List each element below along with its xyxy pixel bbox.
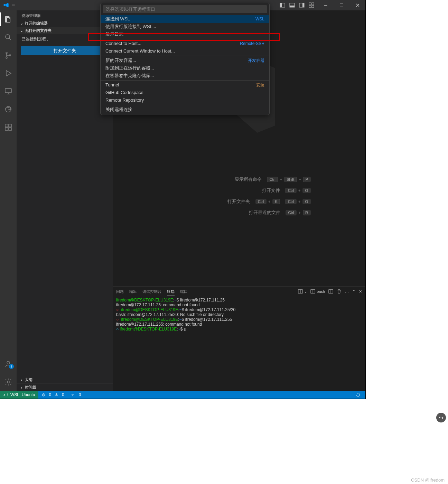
remote-icon <box>3 392 8 397</box>
panel-more-icon[interactable]: … <box>345 289 349 294</box>
palette-item[interactable]: 关闭远程连接 <box>101 106 269 113</box>
activity-explorer-icon[interactable] <box>0 12 17 26</box>
sidebar-section-open-editors[interactable]: ⌄打开的编辑器 <box>17 20 113 27</box>
shortcut-row: 打开文件Ctrl+O <box>208 187 310 194</box>
remote-indicator[interactable]: WSL: Ubuntu <box>0 391 38 399</box>
shortcut-row: 打开最近的文件Ctrl+R <box>208 210 310 216</box>
svg-rect-5 <box>302 3 304 7</box>
account-badge: 1 <box>9 364 14 369</box>
menu-icon[interactable]: ≡ <box>12 2 15 8</box>
svg-rect-9 <box>312 6 314 8</box>
activity-run-debug-icon[interactable] <box>0 66 17 80</box>
svg-rect-17 <box>9 124 11 127</box>
layout-secondary-sidebar-icon[interactable] <box>298 1 306 9</box>
palette-item[interactable]: Remote Repository <box>101 96 269 104</box>
sidebar-section-outline[interactable]: ›大纲 <box>17 376 113 383</box>
shortcut-row: 打开文件夹Ctrl+KCtrl+O <box>208 198 310 205</box>
chevron-right-icon: › <box>19 385 24 390</box>
close-button[interactable]: ✕ <box>349 0 365 10</box>
vscode-window: ≡ – □ ✕ <box>0 0 365 399</box>
sidebar-explorer: 资源管理器 ⌄打开的编辑器 ⌄无打开的文件夹 已连接到远程。 打开文件夹 ›大纲… <box>17 10 113 391</box>
activity-bar: 1 <box>0 10 17 391</box>
palette-item[interactable]: 附加到正在运行的容器... <box>101 64 269 72</box>
chevron-down-icon: ⌄ <box>19 21 24 26</box>
status-problems[interactable]: ⊘0 ⚠0 <box>38 392 67 397</box>
svg-rect-19 <box>9 128 11 130</box>
status-ports[interactable]: ᯤ0 <box>68 392 85 397</box>
terminal-body[interactable]: ifredom@DESKTOP-ELU319E:~$ ifredom@172.1… <box>113 296 365 391</box>
palette-item[interactable]: Tunnel安装 <box>101 81 269 89</box>
svg-rect-7 <box>312 3 314 5</box>
activity-source-control-icon[interactable] <box>0 48 17 62</box>
customize-layout-icon[interactable] <box>307 1 316 9</box>
palette-input[interactable] <box>103 5 267 13</box>
command-palette: 连接到 WSLWSL使用发行版连接到 WSL...显示日志Connect to … <box>100 3 270 115</box>
svg-rect-16 <box>5 124 8 127</box>
activity-edge-icon[interactable] <box>0 102 17 116</box>
palette-item[interactable]: Connect Current Window to Host... <box>101 47 269 55</box>
minimize-button[interactable]: – <box>318 0 334 10</box>
svg-point-11 <box>6 52 7 54</box>
layout-panel-icon[interactable] <box>288 1 296 9</box>
palette-item[interactable]: 新的开发容器...开发容器 <box>101 57 269 64</box>
activity-search-icon[interactable] <box>0 30 17 44</box>
svg-point-10 <box>6 35 10 39</box>
svg-point-21 <box>7 381 9 383</box>
panel-tab-debug[interactable]: 调试控制台 <box>142 288 161 296</box>
close-panel-icon[interactable]: ✕ <box>359 289 362 294</box>
activity-settings-icon[interactable] <box>0 375 17 389</box>
svg-point-13 <box>9 55 11 56</box>
palette-item[interactable]: 显示日志 <box>101 30 269 38</box>
shortcut-row: 显示所有命令Ctrl+Shift+P <box>208 176 310 183</box>
svg-rect-6 <box>309 3 311 5</box>
terminal-profile-bash[interactable]: bash <box>310 289 325 294</box>
chevron-right-icon: › <box>19 378 24 382</box>
page-background: ≡ – □ ✕ <box>0 0 448 484</box>
palette-item[interactable]: 连接到 WSLWSL <box>101 15 269 23</box>
warning-icon: ⚠ <box>55 392 58 397</box>
svg-rect-18 <box>5 128 8 130</box>
activity-remote-explorer-icon[interactable] <box>0 84 17 98</box>
palette-item[interactable]: 在容器卷中克隆存储库... <box>101 72 269 80</box>
maximize-button[interactable]: □ <box>334 0 349 10</box>
bottom-panel: 问题 输出 调试控制台 终端 端口 ⌄ bash … ⌃ <box>113 286 365 391</box>
palette-item[interactable]: Connect to Host...Remote-SSH <box>101 40 269 47</box>
chevron-down-icon: ⌄ <box>19 28 24 33</box>
panel-tab-ports[interactable]: 端口 <box>180 288 188 296</box>
activity-account-icon[interactable]: 1 <box>0 357 17 371</box>
svg-rect-8 <box>309 6 311 8</box>
error-icon: ⊘ <box>42 392 45 397</box>
sidebar-title: 资源管理器 <box>17 10 113 20</box>
svg-point-12 <box>6 57 7 58</box>
kill-terminal-icon[interactable] <box>337 289 342 294</box>
page-scroll-button[interactable]: ↪ <box>436 413 446 422</box>
sidebar-connected-text: 已连接到远程。 <box>17 34 113 44</box>
sidebar-section-no-folder[interactable]: ⌄无打开的文件夹 <box>17 27 113 34</box>
notification-bell-icon[interactable] <box>356 392 361 397</box>
panel-tabs: 问题 输出 调试控制台 终端 端口 ⌄ bash … ⌃ <box>113 287 365 296</box>
radio-icon: ᯤ <box>71 392 75 397</box>
split-terminal-icon[interactable]: ⌄ <box>298 289 307 294</box>
svg-rect-1 <box>280 3 282 7</box>
maximize-panel-icon[interactable]: ⌃ <box>352 289 355 294</box>
new-terminal-icon[interactable] <box>328 289 333 294</box>
open-folder-button[interactable]: 打开文件夹 <box>21 46 109 55</box>
svg-rect-3 <box>290 6 295 7</box>
vscode-logo-icon <box>3 2 9 8</box>
panel-tab-problems[interactable]: 问题 <box>116 288 124 296</box>
layout-primary-sidebar-icon[interactable] <box>278 1 287 9</box>
palette-item[interactable]: 使用发行版连接到 WSL... <box>101 23 269 30</box>
csdn-watermark: CSDN @ifredom <box>411 477 445 483</box>
sidebar-section-timeline[interactable]: ›时间线 <box>17 383 113 391</box>
activity-extensions-icon[interactable] <box>0 120 17 134</box>
status-bar: WSL: Ubuntu ⊘0 ⚠0 ᯤ0 <box>0 391 365 399</box>
svg-rect-14 <box>5 89 11 93</box>
palette-item[interactable]: GitHub Codespace <box>101 89 269 96</box>
svg-point-20 <box>7 361 10 364</box>
panel-tab-output[interactable]: 输出 <box>129 288 137 296</box>
panel-tab-terminal[interactable]: 终端 <box>167 288 175 296</box>
